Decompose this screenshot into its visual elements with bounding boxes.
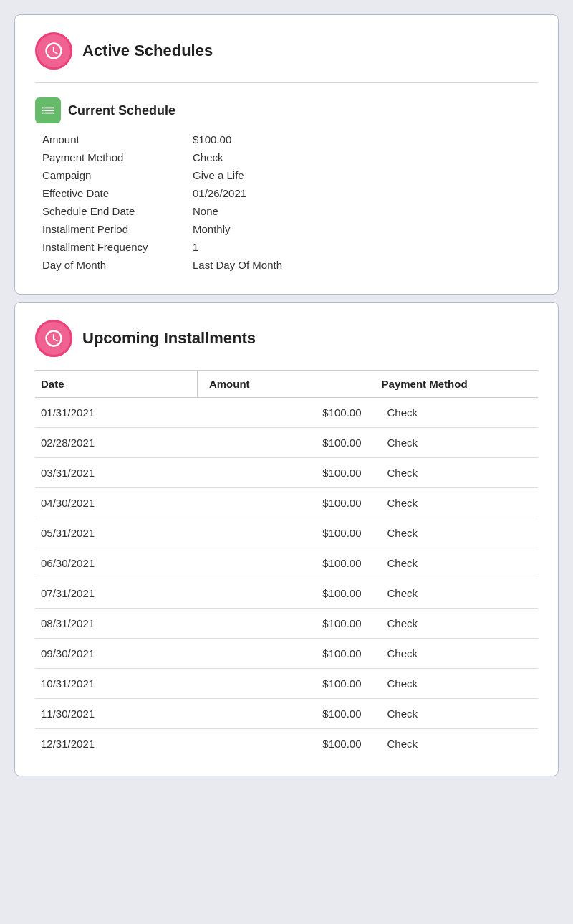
table-body: 01/31/2021$100.00Check02/28/2021$100.00C…: [35, 398, 538, 759]
field-label: Installment Period: [42, 223, 193, 235]
cell-amount: $100.00: [197, 548, 375, 578]
cell-payment-method: Check: [376, 699, 538, 729]
cell-payment-method: Check: [376, 669, 538, 699]
cell-amount: $100.00: [197, 458, 375, 488]
field-value: Last Day Of Month: [193, 259, 282, 271]
upcoming-installments-header: Upcoming Installments: [35, 320, 538, 357]
table-row: 06/30/2021$100.00Check: [35, 548, 538, 578]
table-row: 11/30/2021$100.00Check: [35, 699, 538, 729]
table-row: 04/30/2021$100.00Check: [35, 488, 538, 518]
table-row: 02/28/2021$100.00Check: [35, 428, 538, 458]
cell-date: 01/31/2021: [35, 398, 197, 428]
active-schedules-title: Active Schedules: [82, 42, 213, 60]
cell-payment-method: Check: [376, 578, 538, 609]
cell-amount: $100.00: [197, 428, 375, 458]
cell-amount: $100.00: [197, 729, 375, 759]
clock-icon-2: [44, 328, 64, 348]
table-row: 07/31/2021$100.00Check: [35, 578, 538, 609]
table-row: 05/31/2021$100.00Check: [35, 518, 538, 548]
cell-date: 07/31/2021: [35, 578, 197, 609]
cell-amount: $100.00: [197, 639, 375, 669]
list-icon-box: [35, 97, 61, 123]
col-date: Date: [35, 371, 197, 398]
cell-amount: $100.00: [197, 669, 375, 699]
table-row: 10/31/2021$100.00Check: [35, 669, 538, 699]
field-label: Payment Method: [42, 151, 193, 163]
field-label: Installment Frequency: [42, 241, 193, 253]
cell-payment-method: Check: [376, 398, 538, 428]
active-schedules-card: Active Schedules Current Schedule Amount…: [14, 14, 559, 295]
table-row: 01/31/2021$100.00Check: [35, 398, 538, 428]
schedule-row: Effective Date01/26/2021: [42, 187, 538, 199]
schedule-fields: Amount$100.00Payment MethodCheckCampaign…: [35, 133, 538, 271]
field-label: Effective Date: [42, 187, 193, 199]
cell-payment-method: Check: [376, 609, 538, 639]
cell-amount: $100.00: [197, 488, 375, 518]
cell-payment-method: Check: [376, 458, 538, 488]
cell-payment-method: Check: [376, 518, 538, 548]
table-row: 08/31/2021$100.00Check: [35, 609, 538, 639]
table-row: 09/30/2021$100.00Check: [35, 639, 538, 669]
section-divider: [35, 82, 538, 83]
cell-date: 10/31/2021: [35, 669, 197, 699]
field-value: 01/26/2021: [193, 187, 246, 199]
schedule-row: Day of MonthLast Day Of Month: [42, 259, 538, 271]
field-label: Day of Month: [42, 259, 193, 271]
cell-date: 06/30/2021: [35, 548, 197, 578]
cell-amount: $100.00: [197, 398, 375, 428]
field-value: $100.00: [193, 133, 231, 146]
list-icon: [40, 103, 56, 118]
clock-icon-circle-2: [35, 320, 72, 357]
current-schedule-title: Current Schedule: [68, 103, 175, 118]
schedule-row: Schedule End DateNone: [42, 205, 538, 217]
field-value: Check: [193, 151, 223, 163]
table-header-row: Date Amount Payment Method: [35, 371, 538, 398]
cell-date: 11/30/2021: [35, 699, 197, 729]
field-value: Give a Life: [193, 169, 244, 181]
cell-amount: $100.00: [197, 609, 375, 639]
current-schedule-header: Current Schedule: [35, 97, 538, 123]
cell-amount: $100.00: [197, 518, 375, 548]
schedule-row: Payment MethodCheck: [42, 151, 538, 163]
field-label: Amount: [42, 133, 193, 146]
field-label: Campaign: [42, 169, 193, 181]
col-payment-method: Payment Method: [376, 371, 538, 398]
cell-date: 03/31/2021: [35, 458, 197, 488]
col-amount: Amount: [197, 371, 375, 398]
upcoming-installments-title: Upcoming Installments: [82, 329, 256, 348]
cell-payment-method: Check: [376, 729, 538, 759]
field-value: None: [193, 205, 218, 217]
table-row: 03/31/2021$100.00Check: [35, 458, 538, 488]
field-label: Schedule End Date: [42, 205, 193, 217]
cell-payment-method: Check: [376, 428, 538, 458]
cell-date: 08/31/2021: [35, 609, 197, 639]
table-row: 12/31/2021$100.00Check: [35, 729, 538, 759]
upcoming-installments-card: Upcoming Installments Date Amount Paymen…: [14, 302, 559, 776]
clock-icon-circle: [35, 32, 72, 70]
schedule-row: Amount$100.00: [42, 133, 538, 146]
schedule-row: Installment Frequency1: [42, 241, 538, 253]
schedule-row: Installment PeriodMonthly: [42, 223, 538, 235]
schedule-row: CampaignGive a Life: [42, 169, 538, 181]
cell-date: 09/30/2021: [35, 639, 197, 669]
table-header: Date Amount Payment Method: [35, 371, 538, 398]
cell-date: 12/31/2021: [35, 729, 197, 759]
field-value: Monthly: [193, 223, 231, 235]
active-schedules-header: Active Schedules: [35, 32, 538, 70]
cell-date: 02/28/2021: [35, 428, 197, 458]
cell-date: 04/30/2021: [35, 488, 197, 518]
cell-date: 05/31/2021: [35, 518, 197, 548]
clock-icon: [44, 41, 64, 61]
field-value: 1: [193, 241, 198, 253]
installments-table: Date Amount Payment Method 01/31/2021$10…: [35, 370, 538, 758]
cell-payment-method: Check: [376, 639, 538, 669]
cell-payment-method: Check: [376, 548, 538, 578]
cell-amount: $100.00: [197, 578, 375, 609]
cell-payment-method: Check: [376, 488, 538, 518]
cell-amount: $100.00: [197, 699, 375, 729]
